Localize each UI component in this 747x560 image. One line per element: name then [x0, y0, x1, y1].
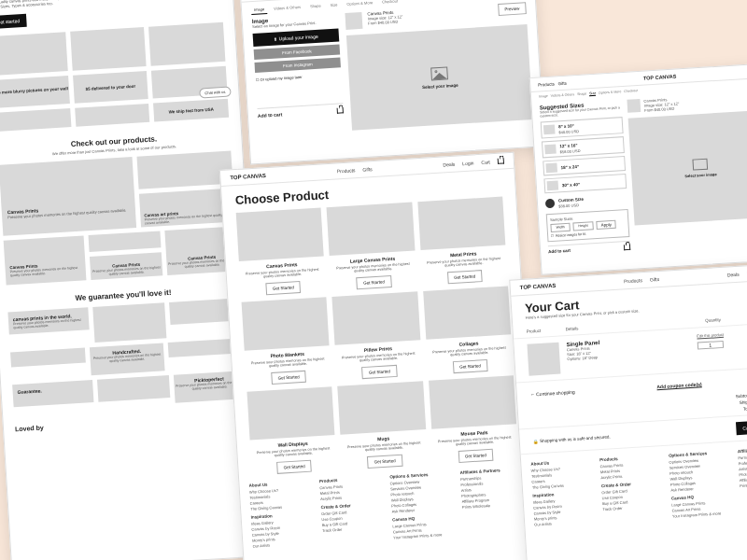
drop-zone[interactable]: Select your image [628, 110, 747, 226]
nav-cart[interactable]: Cart [481, 159, 490, 165]
height-input[interactable]: Height [572, 221, 594, 231]
width-input[interactable]: Width [550, 223, 570, 232]
preview-button[interactable]: Preview [498, 2, 527, 16]
apply-button[interactable]: Apply [596, 220, 616, 230]
product-card[interactable]: Mouse PadsPreserve your photos memories … [429, 375, 519, 464]
brand: TOP CANVAS [520, 283, 557, 290]
nav-products[interactable]: Products [538, 81, 555, 87]
product-card[interactable]: Canvas Prints Preserve your photos memor… [4, 236, 87, 286]
product-card[interactable]: Metal PrintsPreserve your photos memorie… [417, 197, 508, 286]
product-card[interactable]: MugsPreserve your photos memories on the… [338, 381, 429, 469]
product-card[interactable]: Canvas Prints Preserve your photos memor… [0, 157, 136, 236]
tab-size[interactable]: Size [327, 0, 340, 10]
drop-zone[interactable]: Select your image [346, 24, 533, 131]
tab-shape[interactable]: Shape [307, 1, 324, 11]
tab-size[interactable]: Size [589, 91, 596, 96]
product-card[interactable]: Photo BlanketsPreserve your photos memor… [242, 297, 332, 385]
brand: TOP CANVAS [643, 74, 677, 81]
feature-2: $5 delivered to your door [73, 71, 148, 104]
nav-login[interactable]: Login [462, 160, 474, 166]
nav-products[interactable]: Products [337, 167, 356, 174]
product-card[interactable]: Large Canvas PrintsPreserve your photos … [327, 203, 417, 291]
size-option[interactable]: 30" x 40" [543, 174, 627, 193]
image-icon [692, 158, 708, 170]
add-to-cart-button[interactable]: Add to cart [258, 111, 283, 119]
add-to-cart-button[interactable]: Add to cart [548, 248, 571, 255]
continue-shopping-link[interactable]: ← Continue shopping [530, 389, 575, 398]
radio-selected-icon [545, 199, 556, 209]
get-started-button[interactable]: Get started [0, 14, 27, 29]
tab-image[interactable]: Image [251, 5, 268, 15]
chat-button[interactable]: Chat with us [199, 87, 232, 99]
product-thumb [527, 343, 560, 376]
product-card[interactable]: Wall DisplaysPreserve your photos memori… [247, 386, 337, 475]
tab-videos[interactable]: Videos & Others [271, 3, 304, 14]
nav-deals[interactable]: Deals [443, 161, 455, 168]
product-card[interactable]: Canvas PrintsPreserve your photos memori… [236, 207, 327, 296]
cart-icon[interactable] [624, 245, 630, 250]
hero-sub: Best quality canvas prints and more! Com… [0, 0, 110, 9]
loved-by: Loved by [15, 425, 44, 433]
brand: TOP CANVAS [230, 173, 266, 180]
upload-later-checkbox[interactable]: ☐ Or upload my image later [255, 72, 341, 82]
cart-icon[interactable] [337, 107, 344, 113]
thumb [345, 12, 362, 30]
coupon-link[interactable]: Add coupon code(s) [656, 381, 702, 389]
nav-gifts[interactable]: Gifts [362, 166, 373, 173]
size-option[interactable]: 18" x 24" [543, 156, 626, 175]
cart-icon[interactable] [498, 158, 504, 163]
product-card[interactable]: CollagesPreserve your photos memories on… [423, 286, 514, 374]
secure-note: 🔒 Shopping with us is safe and secured. [533, 434, 611, 443]
tab-checkout[interactable]: Checkout [379, 0, 401, 7]
checkout-button[interactable]: Continue to Checkout [736, 418, 747, 435]
tab-options[interactable]: Options & More [344, 0, 375, 9]
size-option[interactable]: 12" x 16"$58.00 USD [542, 136, 625, 158]
image-icon [430, 66, 448, 80]
custom-size-option[interactable]: Custom Size$38.00 USD [545, 191, 628, 211]
upload-image-button[interactable]: ⬆ Upload your image [253, 28, 340, 47]
nav-gifts[interactable]: Gifts [558, 80, 568, 86]
from-instagram-button[interactable]: From Instagram [254, 57, 340, 73]
qty-input[interactable]: 1 [698, 341, 724, 350]
product-card[interactable]: Pillow PrintsPreserve your photos memori… [332, 291, 423, 380]
size-option[interactable]: 8" x 10"$40.00 USD [541, 117, 624, 138]
edit-product-link[interactable]: Edit this product [697, 330, 747, 339]
